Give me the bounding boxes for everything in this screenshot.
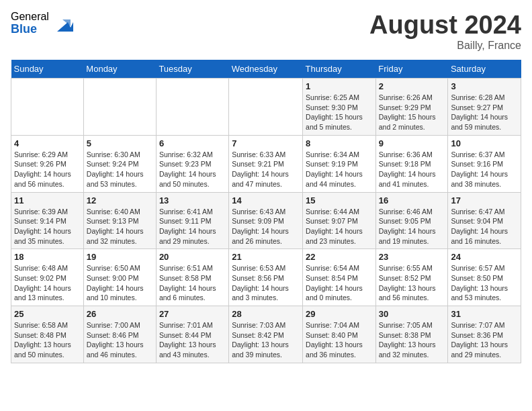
calendar-week-row: 11Sunrise: 6:39 AM Sunset: 9:14 PM Dayli… bbox=[11, 192, 521, 249]
calendar-cell bbox=[229, 79, 303, 136]
day-info: Sunrise: 7:05 AM Sunset: 8:38 PM Dayligh… bbox=[379, 320, 445, 360]
calendar-week-row: 18Sunrise: 6:48 AM Sunset: 9:02 PM Dayli… bbox=[11, 249, 521, 306]
day-info: Sunrise: 6:46 AM Sunset: 9:05 PM Dayligh… bbox=[379, 207, 445, 246]
day-number: 2 bbox=[379, 81, 445, 91]
month-year: August 2024 bbox=[369, 11, 521, 40]
day-number: 9 bbox=[379, 138, 445, 148]
calendar-cell: 4Sunrise: 6:29 AM Sunset: 9:26 PM Daylig… bbox=[11, 135, 84, 192]
logo: General Blue bbox=[11, 11, 73, 36]
calendar-cell: 27Sunrise: 7:01 AM Sunset: 8:44 PM Dayli… bbox=[156, 306, 228, 363]
day-number: 28 bbox=[232, 309, 300, 319]
day-info: Sunrise: 6:55 AM Sunset: 8:52 PM Dayligh… bbox=[379, 263, 445, 303]
calendar-cell: 17Sunrise: 6:47 AM Sunset: 9:04 PM Dayli… bbox=[448, 192, 521, 249]
svg-marker-0 bbox=[57, 22, 73, 32]
calendar-cell bbox=[156, 79, 228, 136]
day-info: Sunrise: 6:53 AM Sunset: 8:56 PM Dayligh… bbox=[232, 263, 300, 303]
weekday-header-tuesday: Tuesday bbox=[156, 60, 228, 79]
day-info: Sunrise: 6:32 AM Sunset: 9:23 PM Dayligh… bbox=[159, 150, 226, 189]
calendar-cell: 28Sunrise: 7:03 AM Sunset: 8:42 PM Dayli… bbox=[229, 306, 303, 363]
day-number: 23 bbox=[379, 252, 445, 262]
day-info: Sunrise: 7:07 AM Sunset: 8:36 PM Dayligh… bbox=[451, 320, 518, 360]
day-info: Sunrise: 6:28 AM Sunset: 9:27 PM Dayligh… bbox=[451, 93, 518, 132]
day-number: 16 bbox=[379, 195, 445, 205]
calendar-cell: 13Sunrise: 6:41 AM Sunset: 9:11 PM Dayli… bbox=[156, 192, 228, 249]
calendar-cell: 21Sunrise: 6:53 AM Sunset: 8:56 PM Dayli… bbox=[229, 249, 303, 306]
day-number: 15 bbox=[306, 195, 373, 205]
day-info: Sunrise: 6:48 AM Sunset: 9:02 PM Dayligh… bbox=[14, 263, 81, 303]
day-info: Sunrise: 6:54 AM Sunset: 8:54 PM Dayligh… bbox=[306, 263, 373, 303]
calendar-table: SundayMondayTuesdayWednesdayThursdayFrid… bbox=[11, 60, 521, 363]
calendar-cell: 19Sunrise: 6:50 AM Sunset: 9:00 PM Dayli… bbox=[83, 249, 156, 306]
day-number: 14 bbox=[232, 195, 300, 205]
day-number: 17 bbox=[451, 195, 518, 205]
day-info: Sunrise: 7:00 AM Sunset: 8:46 PM Dayligh… bbox=[87, 320, 153, 360]
weekday-header-thursday: Thursday bbox=[303, 60, 376, 79]
day-number: 24 bbox=[451, 252, 518, 262]
day-info: Sunrise: 6:33 AM Sunset: 9:21 PM Dayligh… bbox=[232, 150, 300, 189]
calendar-cell: 26Sunrise: 7:00 AM Sunset: 8:46 PM Dayli… bbox=[83, 306, 156, 363]
day-number: 21 bbox=[232, 252, 300, 262]
calendar-week-row: 1Sunrise: 6:25 AM Sunset: 9:30 PM Daylig… bbox=[11, 79, 521, 136]
calendar-cell: 3Sunrise: 6:28 AM Sunset: 9:27 PM Daylig… bbox=[448, 79, 521, 136]
weekday-header-saturday: Saturday bbox=[448, 60, 521, 79]
calendar-cell: 23Sunrise: 6:55 AM Sunset: 8:52 PM Dayli… bbox=[375, 249, 448, 306]
calendar-week-row: 25Sunrise: 6:58 AM Sunset: 8:48 PM Dayli… bbox=[11, 306, 521, 363]
day-info: Sunrise: 6:34 AM Sunset: 9:19 PM Dayligh… bbox=[306, 150, 373, 189]
day-info: Sunrise: 6:50 AM Sunset: 9:00 PM Dayligh… bbox=[87, 263, 153, 303]
day-number: 22 bbox=[306, 252, 373, 262]
day-info: Sunrise: 6:40 AM Sunset: 9:13 PM Dayligh… bbox=[87, 207, 153, 246]
day-number: 27 bbox=[159, 309, 226, 319]
day-number: 31 bbox=[451, 309, 518, 319]
day-info: Sunrise: 6:39 AM Sunset: 9:14 PM Dayligh… bbox=[14, 207, 81, 246]
day-number: 18 bbox=[14, 252, 81, 262]
logo-icon bbox=[52, 13, 73, 34]
day-number: 8 bbox=[306, 138, 373, 148]
page-header: General Blue August 2024 Bailly, France bbox=[11, 11, 521, 52]
calendar-cell: 6Sunrise: 6:32 AM Sunset: 9:23 PM Daylig… bbox=[156, 135, 228, 192]
calendar-cell: 20Sunrise: 6:51 AM Sunset: 8:58 PM Dayli… bbox=[156, 249, 228, 306]
calendar-cell: 30Sunrise: 7:05 AM Sunset: 8:38 PM Dayli… bbox=[375, 306, 448, 363]
day-number: 29 bbox=[306, 309, 373, 319]
calendar-cell: 9Sunrise: 6:36 AM Sunset: 9:18 PM Daylig… bbox=[375, 135, 448, 192]
day-info: Sunrise: 6:58 AM Sunset: 8:48 PM Dayligh… bbox=[14, 320, 81, 360]
day-number: 30 bbox=[379, 309, 445, 319]
calendar-cell: 24Sunrise: 6:57 AM Sunset: 8:50 PM Dayli… bbox=[448, 249, 521, 306]
day-info: Sunrise: 6:44 AM Sunset: 9:07 PM Dayligh… bbox=[306, 207, 373, 246]
calendar-week-row: 4Sunrise: 6:29 AM Sunset: 9:26 PM Daylig… bbox=[11, 135, 521, 192]
day-number: 25 bbox=[14, 309, 81, 319]
calendar-cell: 18Sunrise: 6:48 AM Sunset: 9:02 PM Dayli… bbox=[11, 249, 84, 306]
day-info: Sunrise: 6:26 AM Sunset: 9:29 PM Dayligh… bbox=[379, 93, 445, 132]
day-number: 1 bbox=[306, 81, 373, 91]
calendar-cell: 31Sunrise: 7:07 AM Sunset: 8:36 PM Dayli… bbox=[448, 306, 521, 363]
calendar-cell bbox=[11, 79, 84, 136]
day-info: Sunrise: 6:25 AM Sunset: 9:30 PM Dayligh… bbox=[306, 93, 373, 132]
calendar-cell: 5Sunrise: 6:30 AM Sunset: 9:24 PM Daylig… bbox=[83, 135, 156, 192]
logo-blue: Blue bbox=[11, 23, 49, 36]
day-number: 13 bbox=[159, 195, 226, 205]
calendar-cell: 1Sunrise: 6:25 AM Sunset: 9:30 PM Daylig… bbox=[303, 79, 376, 136]
weekday-header-monday: Monday bbox=[83, 60, 156, 79]
day-number: 7 bbox=[232, 138, 300, 148]
calendar-cell: 8Sunrise: 6:34 AM Sunset: 9:19 PM Daylig… bbox=[303, 135, 376, 192]
day-info: Sunrise: 6:30 AM Sunset: 9:24 PM Dayligh… bbox=[87, 150, 153, 189]
day-info: Sunrise: 6:41 AM Sunset: 9:11 PM Dayligh… bbox=[159, 207, 226, 246]
day-info: Sunrise: 6:29 AM Sunset: 9:26 PM Dayligh… bbox=[14, 150, 81, 189]
day-number: 5 bbox=[87, 138, 153, 148]
day-info: Sunrise: 6:51 AM Sunset: 8:58 PM Dayligh… bbox=[159, 263, 226, 303]
day-number: 10 bbox=[451, 138, 518, 148]
calendar-cell: 2Sunrise: 6:26 AM Sunset: 9:29 PM Daylig… bbox=[375, 79, 448, 136]
calendar-cell: 7Sunrise: 6:33 AM Sunset: 9:21 PM Daylig… bbox=[229, 135, 303, 192]
day-info: Sunrise: 7:04 AM Sunset: 8:40 PM Dayligh… bbox=[306, 320, 373, 360]
calendar-cell: 12Sunrise: 6:40 AM Sunset: 9:13 PM Dayli… bbox=[83, 192, 156, 249]
logo-general: General bbox=[11, 11, 49, 23]
calendar-cell: 25Sunrise: 6:58 AM Sunset: 8:48 PM Dayli… bbox=[11, 306, 84, 363]
day-number: 20 bbox=[159, 252, 226, 262]
day-info: Sunrise: 6:36 AM Sunset: 9:18 PM Dayligh… bbox=[379, 150, 445, 189]
day-number: 19 bbox=[87, 252, 153, 262]
day-number: 26 bbox=[87, 309, 153, 319]
day-info: Sunrise: 6:47 AM Sunset: 9:04 PM Dayligh… bbox=[451, 207, 518, 246]
calendar-cell: 29Sunrise: 7:04 AM Sunset: 8:40 PM Dayli… bbox=[303, 306, 376, 363]
day-number: 4 bbox=[14, 138, 81, 148]
calendar-cell: 15Sunrise: 6:44 AM Sunset: 9:07 PM Dayli… bbox=[303, 192, 376, 249]
day-info: Sunrise: 6:43 AM Sunset: 9:09 PM Dayligh… bbox=[232, 207, 300, 246]
